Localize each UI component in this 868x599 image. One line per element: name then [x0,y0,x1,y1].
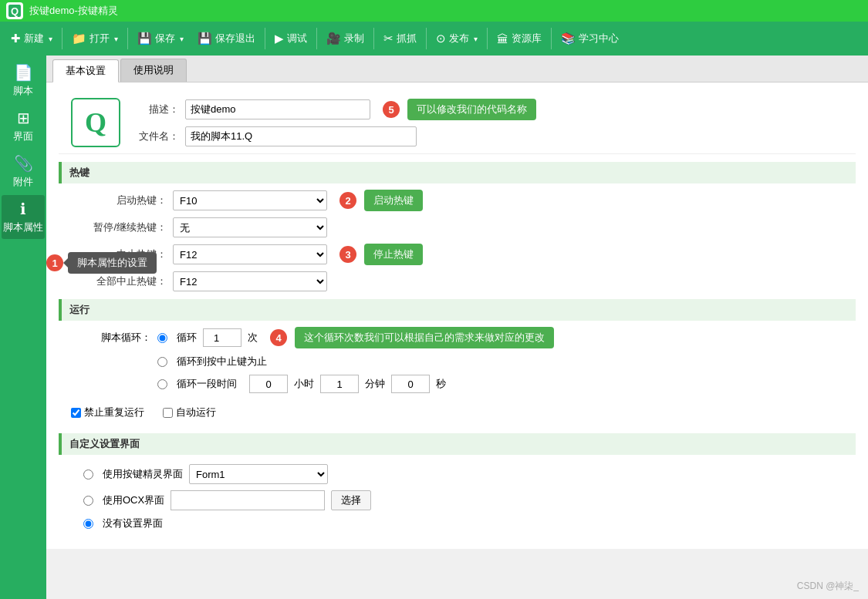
titlebar: Q 按键demo-按键精灵 [0,0,868,22]
new-button[interactable]: ✚ 新建 ▾ [5,29,59,49]
loop-time-radio[interactable] [157,379,167,389]
start-hotkey-row: 启动热键： F10 2 启动热键 [59,190,856,211]
save-exit-button[interactable]: 💾 保存退出 [191,29,262,49]
wizard-ui-row: 使用按键精灵界面 Form1 [71,464,843,484]
content-area: 基本设置 使用说明 Q 描述： 5 可 [46,56,868,599]
no-ui-radio[interactable] [83,519,93,529]
sidebar-item-script[interactable]: 📄 脚本 [2,59,45,103]
loop-until-stop-radio[interactable] [157,357,167,367]
callout-1: 脚本属性的设置 [68,252,157,274]
badge-3: 3 [339,246,356,263]
sidebar-item-ui[interactable]: ⊞ 界面 [2,104,45,148]
new-icon: ✚ [11,32,21,45]
save-icon: 💾 [137,32,152,45]
loop-count-input[interactable] [203,328,241,347]
ocx-ui-radio[interactable] [83,496,93,506]
properties-icon: ℹ [20,200,26,218]
toolbar-sep-2 [127,28,128,49]
capture-icon: ✂ [383,32,393,45]
debug-icon: ▶ [275,32,284,45]
loop-row-2: 循环到按中止键为止 [59,355,856,368]
loop-time-text: 循环一段时间 [177,377,237,391]
publish-arrow-icon: ▾ [474,35,478,43]
sidebar-item-script-label: 脚本 [13,84,33,98]
badge-5: 5 [383,101,400,118]
learn-button[interactable]: 📚 学习中心 [555,29,625,49]
no-repeat-checkbox[interactable] [71,408,81,418]
toolbar: ✚ 新建 ▾ 📁 打开 ▾ 💾 保存 ▾ 💾 保存退出 ▶ 调试 🎥 录制 ✂ … [0,22,868,56]
desc-label-1: 描述： [133,103,179,116]
stop-hotkey-select[interactable]: F12 [173,244,327,264]
auto-run-label[interactable]: 自动运行 [163,406,216,419]
desc-input-name[interactable] [185,99,370,119]
stop-all-hotkey-row: 全部中止热键： F12 [59,271,856,291]
hours-label: 小时 [294,377,314,391]
debug-button[interactable]: ▶ 调试 [269,29,313,49]
description-area: Q 描述： 5 可以修改我们的代码名称 [59,92,856,154]
sidebar-item-ui-label: 界面 [13,130,33,143]
sidebar-item-attachment[interactable]: 📎 附件 [2,150,45,193]
record-button[interactable]: 🎥 录制 [320,29,370,49]
minutes-label: 分钟 [365,377,385,391]
custom-ui-section: 使用按键精灵界面 Form1 使用OCX界面 选择 没有设置界面 [59,461,856,540]
ocx-ui-label: 使用OCX界面 [103,493,164,507]
desc-input-filename[interactable] [185,126,417,146]
window-title: 按键demo-按键精灵 [29,4,118,18]
hotkey-section-header: 热键 [59,162,856,183]
publish-icon: ⊙ [436,32,446,45]
wizard-ui-label: 使用按键精灵界面 [103,467,183,481]
save-button[interactable]: 💾 保存 ▾ [131,29,190,49]
no-ui-row: 没有设置界面 [71,517,843,530]
watermark: CSDN @神柒_ [797,580,859,593]
desc-row-2: 文件名： [133,126,843,146]
toolbar-sep-8 [551,28,552,49]
capture-button[interactable]: ✂ 抓抓 [377,29,423,49]
resource-button[interactable]: 🏛 资源库 [491,29,548,49]
loop-until-stop-text: 循环到按中止键为止 [177,355,267,368]
stop-hotkey-row: 中止热键： F12 3 停止热键 [59,244,856,265]
ocx-input[interactable] [171,490,325,510]
seconds-input[interactable] [391,375,430,393]
open-icon: 📁 [72,32,86,45]
badge-4: 4 [270,329,287,346]
attachment-icon: 📎 [14,154,33,173]
wizard-ui-radio[interactable] [83,469,93,480]
loop-row-1: 脚本循环： 循环 次 4 这个循环次数我们可以根据自己的需求来做对应的更改 [59,327,856,348]
toolbar-sep-3 [265,28,265,49]
stop-all-hotkey-select[interactable]: F12 [173,271,327,291]
sidebar-item-properties[interactable]: ℹ 脚本属性 [2,195,45,239]
save-exit-icon: 💾 [198,32,212,45]
tab-instructions[interactable]: 使用说明 [120,59,187,82]
start-hotkey-select[interactable]: F10 [173,190,327,210]
pause-hotkey-row: 暂停/继续热键： 无 [59,217,856,237]
pause-hotkey-select[interactable]: 无 [173,217,327,237]
app-icon: Q [6,2,23,19]
minutes-input[interactable] [320,375,359,393]
no-repeat-label[interactable]: 禁止重复运行 [71,406,144,419]
script-icon-box: Q [71,98,120,147]
wizard-form-select[interactable]: Form1 [189,464,328,484]
no-ui-label: 没有设置界面 [103,517,163,530]
loop-count-radio[interactable] [157,333,167,343]
callout-3: 停止热键 [364,244,423,265]
ocx-ui-row: 使用OCX界面 选择 [71,490,843,510]
badge-1: 1 [46,254,63,271]
resource-icon: 🏛 [497,32,508,45]
auto-run-checkbox[interactable] [163,408,173,418]
select-ocx-button[interactable]: 选择 [331,490,371,510]
check-row: 禁止重复运行 自动运行 [59,399,856,426]
loop-row-3: 循环一段时间 小时 分钟 秒 [59,375,856,393]
pause-hotkey-label: 暂停/继续热键： [90,220,167,234]
publish-button[interactable]: ⊙ 发布 ▾ [430,29,484,49]
learn-icon: 📚 [561,32,576,45]
hours-input[interactable] [249,375,288,393]
record-icon: 🎥 [326,32,341,45]
tab-basic-settings[interactable]: 基本设置 [52,59,119,82]
annotation-1: 1 脚本属性的设置 [46,252,157,274]
main-layout: 📄 脚本 ⊞ 界面 📎 附件 ℹ 脚本属性 1 脚本属性的设置 基本设置 使用说… [0,56,868,599]
tabs-bar: 基本设置 使用说明 [46,56,868,82]
open-button[interactable]: 📁 打开 ▾ [66,29,124,49]
callout-4: 这个循环次数我们可以根据自己的需求来做对应的更改 [295,327,554,348]
form-area: Q 描述： 5 可以修改我们的代码名称 [46,82,868,549]
desc-row-1: 描述： 5 可以修改我们的代码名称 [133,99,843,120]
